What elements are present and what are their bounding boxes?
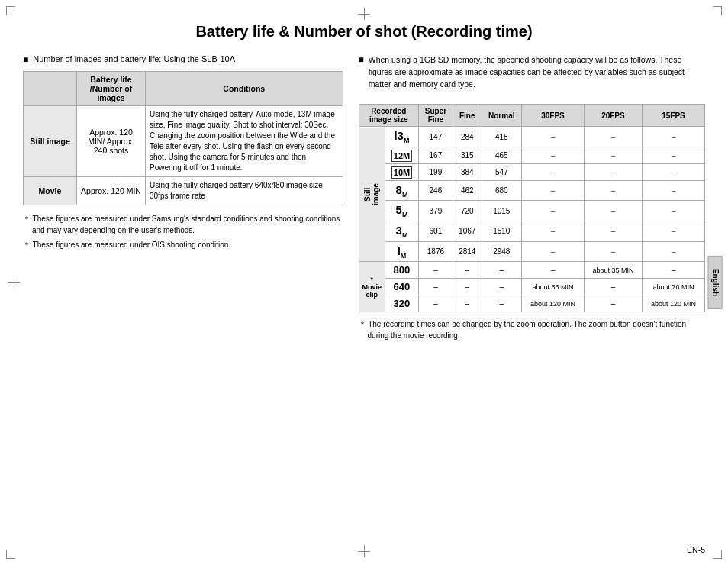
- size-640: 640: [385, 279, 419, 295]
- size-3m: 3M: [385, 221, 419, 242]
- right-intro-text: When using a 1GB SD memory, the specifie…: [369, 54, 705, 90]
- 13m-15fps: –: [642, 127, 704, 147]
- 12m-fine: 315: [453, 147, 482, 163]
- col-fine: Fine: [453, 105, 482, 127]
- left-column: ■ Number of images and battery life: Usi…: [23, 54, 343, 341]
- col-30fps: 30FPS: [521, 105, 584, 127]
- table-row: lM 1876 2814 2948 – – –: [359, 241, 704, 262]
- right-table: Recordedimage size SuperFine Fine Normal…: [359, 104, 705, 312]
- table-row: 3M 601 1067 1510 – – –: [359, 221, 704, 242]
- 12m-30fps: –: [521, 147, 584, 163]
- 640-fine: –: [453, 279, 482, 295]
- corner-tl: [6, 6, 15, 15]
- side-tab: English: [707, 256, 722, 309]
- 8m-superfine: 246: [418, 180, 453, 201]
- col-20fps: 20FPS: [584, 105, 642, 127]
- left-header-text: Number of images and battery life: Using…: [33, 54, 235, 63]
- crosshair-left: [8, 276, 20, 289]
- 640-15fps: about 70 MIN: [642, 279, 704, 295]
- 10m-30fps: –: [521, 163, 584, 180]
- 320-15fps: about 120 MIN: [642, 295, 704, 312]
- left-table: Battery life /Number of images Condition…: [23, 71, 343, 205]
- col-15fps: 15FPS: [642, 105, 704, 127]
- movie-clip-group-label: * Movieclip: [359, 262, 385, 312]
- 12m-normal: 465: [482, 147, 521, 163]
- 12m-15fps: –: [642, 147, 704, 163]
- 12m-20fps: –: [584, 147, 642, 163]
- size-10m: 10M: [385, 163, 419, 180]
- size-12m: 12M: [385, 147, 419, 163]
- 13m-30fps: –: [521, 127, 584, 147]
- table-row: Movie Approx. 120 MIN Using the fully ch…: [24, 177, 343, 205]
- 8m-15fps: –: [642, 180, 704, 201]
- 5m-20fps: –: [584, 201, 642, 221]
- 1m-30fps: –: [521, 241, 584, 262]
- movie-conditions: Using the fully charged battery 640x480 …: [146, 177, 343, 205]
- 800-fine: –: [453, 262, 482, 279]
- still-image-group-label: Stillimage: [359, 127, 385, 262]
- 5m-superfine: 379: [418, 201, 453, 221]
- 800-15fps: –: [642, 262, 704, 279]
- right-note: The recording times can be changed by th…: [359, 318, 705, 341]
- table-row: 320 – – – about 120 MIN – about 120 MIN: [359, 295, 704, 312]
- 3m-normal: 1510: [482, 221, 521, 242]
- still-image-label: Still image: [24, 106, 77, 177]
- col-normal: Normal: [482, 105, 521, 127]
- 10m-superfine: 199: [418, 163, 453, 180]
- 640-30fps: about 36 MIN: [521, 279, 584, 295]
- 320-30fps: about 120 MIN: [521, 295, 584, 312]
- table-row: * Movieclip 800 – – – – about 35 MIN –: [359, 262, 704, 279]
- col-recorded-size: Recordedimage size: [359, 105, 418, 127]
- bullet-icon: ■: [23, 54, 28, 65]
- page: English Battery life & Number of shot (R…: [0, 0, 728, 565]
- table-row: 640 – – – about 36 MIN – about 70 MIN: [359, 279, 704, 295]
- 13m-superfine: 147: [418, 127, 453, 147]
- crosshair-bottom: [358, 545, 370, 557]
- 10m-15fps: –: [642, 163, 704, 180]
- table-row: 5M 379 720 1015 – – –: [359, 201, 704, 221]
- 3m-superfine: 601: [418, 221, 453, 242]
- size-8m: 8M: [385, 180, 419, 201]
- 13m-20fps: –: [584, 127, 642, 147]
- col-super-fine: SuperFine: [418, 105, 453, 127]
- 13m-normal: 418: [482, 127, 521, 147]
- crosshair-top: [358, 8, 370, 20]
- corner-br: [713, 550, 722, 559]
- 640-superfine: –: [418, 279, 453, 295]
- table-row: Stillimage l3M 147 284 418 – – –: [359, 127, 704, 147]
- 1m-superfine: 1876: [418, 241, 453, 262]
- 8m-normal: 680: [482, 180, 521, 201]
- note-2: These figures are measured under OIS sho…: [23, 239, 343, 250]
- still-conditions: Using the fully charged battery, Auto mo…: [146, 106, 343, 177]
- 3m-fine: 1067: [453, 221, 482, 242]
- 320-20fps: –: [584, 295, 642, 312]
- corner-tr: [713, 6, 722, 15]
- 12m-superfine: 167: [418, 147, 453, 163]
- 3m-20fps: –: [584, 221, 642, 242]
- corner-bl: [6, 550, 15, 559]
- size-1m: lM: [385, 241, 419, 262]
- left-conditions-header: Conditions: [146, 72, 343, 106]
- still-battery: Approx. 120 MIN/ Approx. 240 shots: [77, 106, 146, 177]
- left-battery-header: Battery life /Number of images: [77, 72, 146, 106]
- 800-20fps: about 35 MIN: [584, 262, 642, 279]
- 5m-15fps: –: [642, 201, 704, 221]
- 800-normal: –: [482, 262, 521, 279]
- size-13m: l3M: [385, 127, 419, 147]
- 8m-fine: 462: [453, 180, 482, 201]
- movie-battery: Approx. 120 MIN: [77, 177, 146, 205]
- table-row: Still image Approx. 120 MIN/ Approx. 240…: [24, 106, 343, 177]
- page-title: Battery life & Number of shot (Recording…: [23, 23, 705, 40]
- left-col1-header: [24, 72, 77, 106]
- table-row: 12M 167 315 465 – – –: [359, 147, 704, 163]
- 640-normal: –: [482, 279, 521, 295]
- 800-superfine: –: [418, 262, 453, 279]
- 1m-fine: 2814: [453, 241, 482, 262]
- 5m-30fps: –: [521, 201, 584, 221]
- 1m-20fps: –: [584, 241, 642, 262]
- 8m-30fps: –: [521, 180, 584, 201]
- 10m-normal: 547: [482, 163, 521, 180]
- 8m-20fps: –: [584, 180, 642, 201]
- bullet-icon-right: ■: [359, 54, 364, 65]
- size-800: 800: [385, 262, 419, 279]
